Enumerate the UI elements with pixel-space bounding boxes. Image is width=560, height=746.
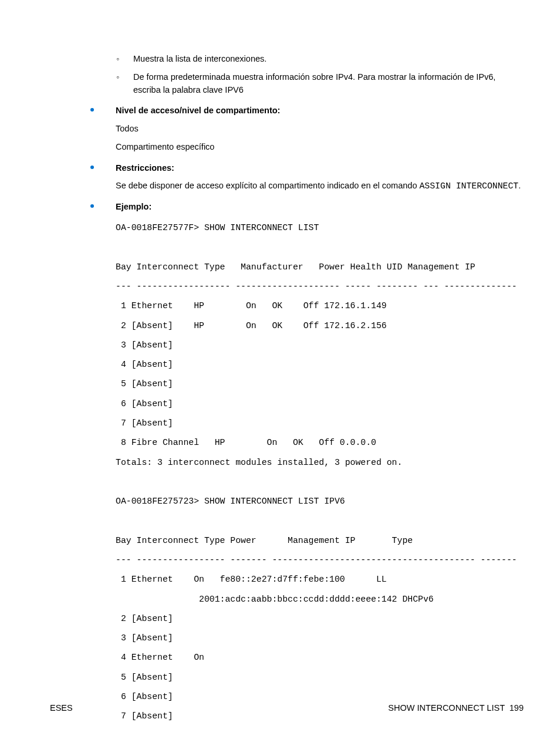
document-page: Muestra la lista de interconexiones. De … [0, 0, 560, 746]
list-text: Muestra la lista de interconexiones. [133, 54, 266, 63]
body-text: Se debe disponer de acceso explícito al … [116, 180, 524, 193]
heading-text: Nivel de acceso/nivel de compartimento: [116, 106, 280, 115]
section-heading-restrictions: Restricciones: [90, 162, 524, 175]
code-block: OA-0018FE27577F> SHOW INTERCONNECT LIST … [116, 218, 524, 726]
footer-label: SHOW INTERCONNECT LIST [388, 703, 504, 713]
footer-page: 199 [510, 703, 524, 713]
restrict-code: ASSIGN INTERCONNECT [419, 181, 518, 191]
restrict-post: . [518, 181, 521, 190]
footer-right: SHOW INTERCONNECT LIST 199 [388, 702, 524, 715]
section-heading-example: Ejemplo: [90, 201, 524, 214]
heading-text: Ejemplo: [116, 202, 151, 211]
page-footer: ESES SHOW INTERCONNECT LIST 199 [50, 702, 524, 715]
list-item: De forma predeterminada muestra informac… [116, 71, 524, 97]
restrict-pre: Se debe disponer de acceso explícito al … [116, 181, 419, 190]
heading-text: Restricciones: [116, 163, 174, 173]
list-item: Muestra la lista de interconexiones. [116, 53, 524, 66]
section-heading-access: Nivel de acceso/nivel de compartimento: [90, 104, 524, 117]
footer-left: ESES [50, 702, 73, 715]
body-text: Todos [116, 123, 524, 136]
body-text: Compartimento específico [116, 141, 524, 154]
list-text: De forma predeterminada muestra informac… [133, 72, 495, 94]
